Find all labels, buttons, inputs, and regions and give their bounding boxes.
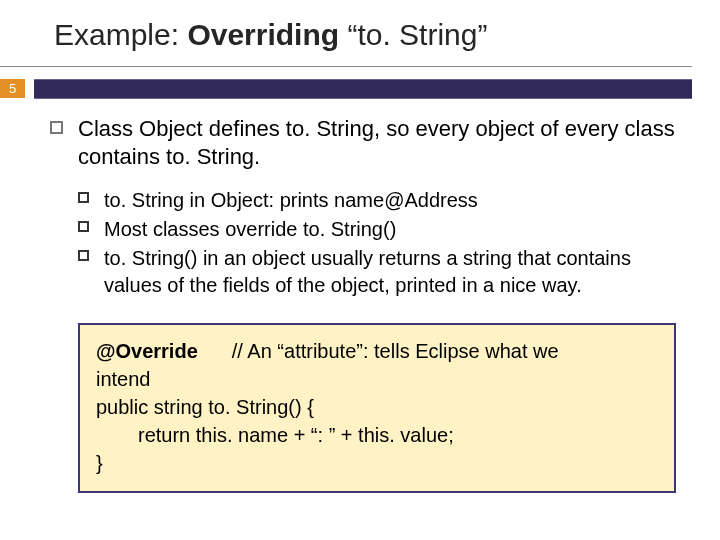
title-text-a: Example:: [54, 18, 187, 51]
bullet-text: Class Object defines to. String, so ever…: [78, 116, 675, 169]
code-comment: // An “attribute”: tells Eclipse what we: [232, 340, 559, 362]
sublist: to. String in Object: prints name@Addres…: [78, 187, 676, 299]
bullet-text: to. String() in an object usually return…: [104, 247, 631, 296]
square-bullet-icon: [50, 121, 63, 134]
bullet-level2: Most classes override to. String(): [104, 216, 676, 243]
page-number: 5: [0, 79, 25, 98]
title-text-b: Overriding: [187, 18, 339, 51]
code-keyword: @Override: [96, 340, 198, 362]
slide-title: Example: Overriding “to. String”: [0, 0, 692, 67]
bullet-text: to. String in Object: prints name@Addres…: [104, 189, 478, 211]
square-bullet-icon: [78, 221, 89, 232]
content-area: Class Object defines to. String, so ever…: [0, 111, 720, 299]
title-text-c: “to. String”: [339, 18, 487, 51]
bullet-level2: to. String() in an object usually return…: [104, 245, 676, 299]
bullet-level1: Class Object defines to. String, so ever…: [78, 115, 676, 171]
code-line: return this. name + “: ” + this. value;: [96, 421, 658, 449]
header-bar: 5: [0, 73, 720, 111]
square-bullet-icon: [78, 192, 89, 203]
bullet-text: Most classes override to. String(): [104, 218, 396, 240]
code-line: public string to. String() {: [96, 393, 658, 421]
code-box: @Override// An “attribute”: tells Eclips…: [78, 323, 676, 493]
decorative-bar: [34, 79, 692, 99]
code-line: intend: [96, 365, 658, 393]
square-bullet-icon: [78, 250, 89, 261]
code-line: }: [96, 449, 658, 477]
bullet-level2: to. String in Object: prints name@Addres…: [104, 187, 676, 214]
code-line: @Override// An “attribute”: tells Eclips…: [96, 337, 658, 365]
slide: Example: Overriding “to. String” 5 Class…: [0, 0, 720, 540]
